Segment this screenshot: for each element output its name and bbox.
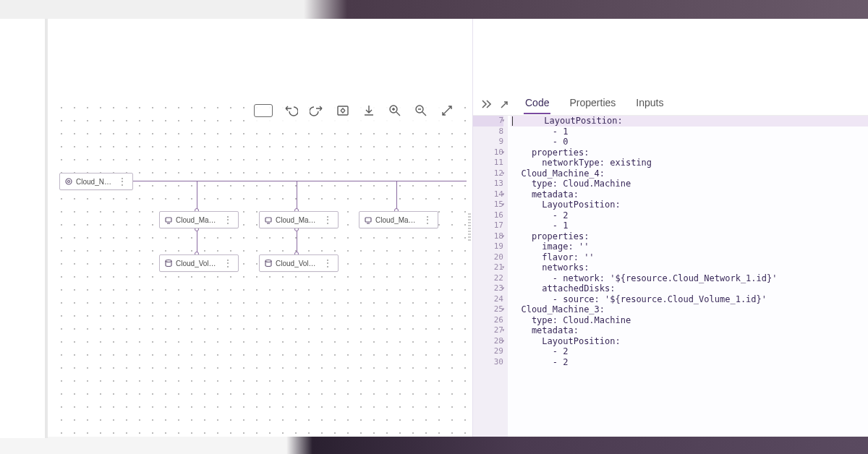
keyboard-icon[interactable]: [254, 104, 273, 117]
node-menu-button[interactable]: ⋮: [222, 215, 234, 224]
fold-toggle-icon[interactable]: ▾: [501, 262, 505, 273]
line-number: 8: [473, 127, 503, 137]
node-cloud-volume[interactable]: Cloud_Volume... ⋮: [159, 254, 239, 272]
machine-icon: [164, 215, 173, 224]
node-cloud-machine[interactable]: Cloud_Machin... ⋮: [359, 211, 438, 228]
node-menu-button[interactable]: ⋮: [222, 259, 234, 267]
zoom-out-icon: [414, 103, 428, 118]
node-menu-button[interactable]: ⋮: [116, 177, 128, 186]
code-line[interactable]: - 2: [511, 210, 868, 221]
line-number: 13: [473, 179, 503, 189]
code-line[interactable]: properties:: [511, 147, 868, 158]
code-line[interactable]: networks:: [511, 262, 868, 273]
zoom-out-button[interactable]: [413, 103, 429, 119]
node-cloud-network[interactable]: Cloud_Networ... ⋮: [59, 173, 133, 190]
line-number: 11: [473, 158, 503, 168]
fold-toggle-icon[interactable]: ▾: [501, 189, 505, 200]
svg-point-4: [68, 181, 70, 183]
machine-icon: [264, 215, 273, 224]
fold-toggle-icon[interactable]: ▾: [501, 304, 505, 315]
node-label: Cloud_Machin...: [276, 216, 319, 224]
node-menu-button[interactable]: ⋮: [322, 215, 333, 224]
code-line[interactable]: - 2: [511, 357, 868, 368]
code-line[interactable]: - 0: [511, 137, 868, 147]
network-icon: [64, 177, 73, 186]
fit-button[interactable]: [335, 103, 351, 119]
code-line[interactable]: properties:: [511, 231, 868, 242]
fold-toggle-icon[interactable]: ▾: [501, 168, 505, 179]
volume-icon: [164, 259, 173, 267]
code-line[interactable]: - network: '${resource.Cloud_Network_1.i…: [511, 273, 868, 284]
tab-properties[interactable]: Properties: [568, 93, 617, 114]
connector: [132, 181, 467, 181]
line-number: 24: [473, 294, 503, 305]
node-menu-button[interactable]: ⋮: [322, 259, 333, 267]
pane-splitter[interactable]: [467, 19, 472, 437]
popout-icon: [497, 98, 509, 109]
redo-icon: [310, 103, 324, 118]
line-number: 21▾: [473, 262, 503, 273]
code-line[interactable]: - 1: [511, 220, 868, 231]
connector: [297, 228, 297, 254]
node-label: Cloud_Networ...: [76, 178, 114, 186]
fold-toggle-icon[interactable]: ▾: [501, 147, 505, 158]
code-line[interactable]: image: '': [511, 241, 868, 252]
code-line[interactable]: Cloud_Machine_3:: [511, 304, 868, 315]
redo-button[interactable]: [309, 103, 325, 119]
code-editor[interactable]: 7▾8910▾1112▾1314▾15▾161718▾192021▾2223▾2…: [473, 116, 868, 437]
app-frame: Cloud_Networ... ⋮ Cloud_Machin... ⋮ Clou…: [0, 0, 868, 454]
line-number: 19: [473, 241, 503, 252]
svg-rect-7: [365, 218, 371, 222]
code-line[interactable]: Cloud_Machine_4:: [511, 168, 868, 179]
code-line[interactable]: LayoutPosition:: [511, 200, 868, 210]
line-number: 23▾: [473, 283, 503, 294]
line-number: 30: [473, 357, 503, 368]
line-number-gutter: 7▾8910▾1112▾1314▾15▾161718▾192021▾2223▾2…: [473, 116, 508, 437]
tab-inputs[interactable]: Inputs: [634, 93, 665, 114]
line-number: 16: [473, 210, 503, 221]
node-label: Cloud_Volume...: [176, 260, 219, 267]
node-cloud-volume[interactable]: Cloud_Volume... ⋮: [259, 254, 339, 272]
node-label: Cloud_Machin...: [375, 216, 419, 224]
popout-button[interactable]: [496, 97, 509, 110]
fold-toggle-icon[interactable]: ▾: [501, 200, 505, 210]
chevrons-right-icon: [480, 98, 491, 109]
node-menu-button[interactable]: ⋮: [422, 215, 433, 224]
node-cloud-machine[interactable]: Cloud_Machin... ⋮: [159, 211, 239, 228]
code-panel: Code Properties Inputs 7▾8910▾1112▾1314▾…: [472, 19, 868, 437]
download-button[interactable]: [361, 103, 377, 119]
code-line[interactable]: type: Cloud.Machine: [511, 179, 868, 189]
code-line[interactable]: LayoutPosition:: [511, 336, 868, 347]
bottom-border: [0, 437, 868, 454]
node-cloud-machine[interactable]: Cloud_Machin... ⋮: [259, 211, 339, 228]
code-line[interactable]: - 1: [511, 127, 868, 137]
fold-toggle-icon[interactable]: ▾: [501, 336, 505, 347]
code-line[interactable]: LayoutPosition:: [511, 116, 868, 127]
code-text-area[interactable]: LayoutPosition: - 1 - 0 properties: netw…: [508, 116, 868, 437]
expand-button[interactable]: [439, 103, 455, 119]
code-line[interactable]: type: Cloud.Machine: [511, 315, 868, 326]
code-line[interactable]: - source: '${resource.Cloud_Volume_1.id}…: [511, 294, 868, 305]
collapse-panel-button[interactable]: [479, 97, 492, 110]
code-line[interactable]: attachedDisks:: [511, 283, 868, 294]
fold-toggle-icon[interactable]: ▾: [501, 231, 505, 242]
splitter-grip-icon: [468, 213, 471, 242]
svg-rect-6: [265, 218, 271, 222]
line-number: 12▾: [473, 168, 503, 179]
code-line[interactable]: - 2: [511, 346, 868, 357]
fold-toggle-icon[interactable]: ▾: [501, 283, 505, 294]
zoom-in-button[interactable]: [387, 103, 403, 119]
fold-toggle-icon[interactable]: ▾: [501, 116, 505, 127]
code-line[interactable]: flavor: '': [511, 252, 868, 263]
machine-icon: [364, 215, 373, 224]
code-line[interactable]: networkType: existing: [511, 158, 868, 168]
tab-code[interactable]: Code: [524, 93, 550, 114]
top-border: [0, 0, 868, 19]
connector: [197, 181, 197, 211]
design-canvas[interactable]: Cloud_Networ... ⋮ Cloud_Machin... ⋮ Clou…: [51, 19, 467, 437]
fold-toggle-icon[interactable]: ▾: [501, 325, 505, 336]
code-line[interactable]: metadata:: [511, 189, 868, 200]
panel-spacer: [473, 19, 868, 91]
code-line[interactable]: metadata:: [511, 325, 868, 336]
undo-button[interactable]: [283, 103, 299, 119]
